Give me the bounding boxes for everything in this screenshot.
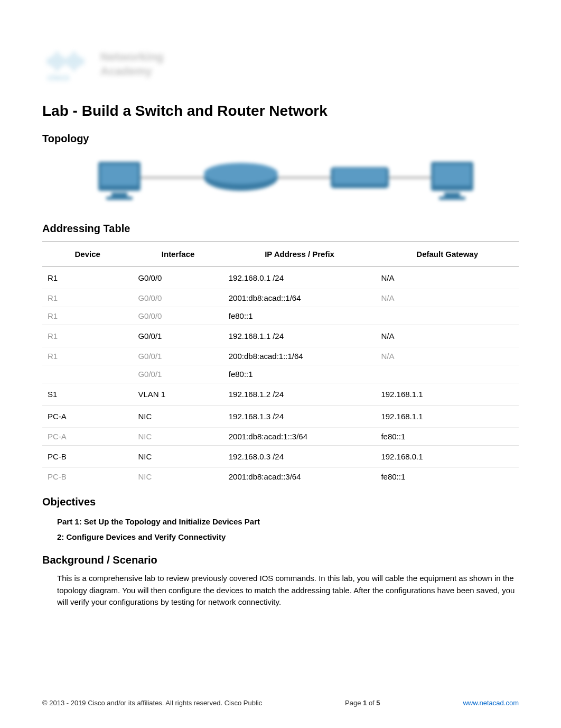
cell-interface-continued: G0/0/1 [133,365,223,383]
svg-rect-2 [56,52,58,71]
cell-interface: G0/0/1 [133,325,223,347]
cell-device: R1 [42,266,133,289]
svg-rect-14 [111,192,127,197]
cell-device: PC-B [42,446,133,468]
cell-ip: fe80::1 [223,307,376,325]
cell-ip: 2001:db8:acad::1/64 [223,289,376,307]
svg-point-18 [204,163,278,184]
cell-gateway: fe80::1 [376,428,519,446]
cell-device-continued: PC-A [42,428,133,446]
svg-rect-0 [48,58,50,64]
header-device: Device [42,242,133,266]
footer-url[interactable]: www.netacad.com [463,699,519,707]
table-header-row: Device Interface IP Address / Prefix Def… [42,242,519,266]
cell-interface-continued: G0/0/0 [133,307,223,325]
cell-gateway-continued: N/A [376,289,519,307]
cell-interface-continued: NIC [133,468,223,486]
svg-rect-15 [106,197,133,200]
addressing-table: Device Interface IP Address / Prefix Def… [42,241,519,485]
cell-interface: NIC [133,406,223,428]
svg-rect-7 [77,56,79,67]
cell-gateway: 192.168.1.1 [376,406,519,428]
svg-rect-25 [444,192,460,197]
page-sep: of [367,699,376,707]
objectives-list: Part 1: Set Up the Topology and Initiali… [57,514,519,545]
table-row: PC-A NIC 192.168.1.3 /24 192.168.1.1 [42,406,519,428]
table-row: R1 G0/0/1 192.168.1.1 /24 N/A [42,325,519,347]
footer-copyright: © 2013 - 2019 Cisco and/or its affiliate… [42,699,262,707]
page-footer: © 2013 - 2019 Cisco and/or its affiliate… [42,699,519,707]
cell-gateway: 192.168.1.1 [376,383,519,406]
table-row: PC-B NIC 192.168.0.3 /24 192.168.0.1 [42,446,519,468]
cell-device-continued: R1 [42,307,133,325]
cell-ip: 192.168.1.3 /24 [223,406,376,428]
cell-device: S1 [42,383,133,406]
svg-rect-6 [73,52,75,71]
cell-ip: 200:db8:acad:1::1/64 [223,347,376,365]
objective-part1: Part 1: Set Up the Topology and Initiali… [57,514,519,530]
svg-rect-4 [64,58,67,64]
table-row: G0/0/1 fe80::1 [42,365,519,383]
cell-gateway [376,307,519,325]
table-row: R1 G0/0/0 192.168.0.1 /24 N/A [42,266,519,289]
cell-gateway [376,365,519,383]
svg-text:Academy: Academy [100,64,153,78]
cell-ip: 2001:db8:acad::3/64 [223,468,376,486]
page-title: Lab - Build a Switch and Router Network [42,103,519,119]
svg-text:Networking: Networking [100,50,164,63]
cell-gateway: N/A [376,266,519,289]
copyright-symbol: © [42,699,48,707]
cell-interface-continued: NIC [133,428,223,446]
page-total: 5 [376,699,380,707]
topology-diagram [42,151,519,209]
addressing-table-heading: Addressing Table [42,223,519,235]
header-interface: Interface [133,242,223,266]
cell-gateway: N/A [376,325,519,347]
background-heading: Background / Scenario [42,554,519,566]
objective-part2: 2: Configure Devices and Verify Connecti… [57,530,519,545]
svg-text:cisco: cisco [48,73,69,82]
cell-interface-continued: G0/0/1 [133,347,223,365]
cisco-logo: cisco Networking Academy [42,42,519,87]
cell-ip: 2001:db8:acad:1::3/64 [223,428,376,446]
svg-rect-5 [69,56,71,67]
table-row: PC-B NIC 2001:db8:acad::3/64 fe80::1 [42,468,519,486]
cell-interface: VLAN 1 [133,383,223,406]
cell-ip: 192.168.1.1 /24 [223,325,376,347]
cell-ip: fe80::1 [223,365,376,383]
cell-ip: 192.168.0.3 /24 [223,446,376,468]
header-ip: IP Address / Prefix [223,242,376,266]
copyright-text: 2013 - 2019 Cisco and/or its affiliates.… [48,699,263,707]
svg-rect-1 [52,56,54,67]
cell-interface: G0/0/0 [133,266,223,289]
cell-device-continued: R1 [42,347,133,365]
cell-ip: 192.168.1.2 /24 [223,383,376,406]
svg-rect-26 [439,197,465,200]
svg-rect-3 [60,56,62,67]
table-row: S1 VLAN 1 192.168.1.2 /24 192.168.1.1 [42,383,519,406]
table-row: R1 G0/0/1 200:db8:acad:1::1/64 N/A [42,347,519,365]
svg-rect-13 [101,164,138,186]
table-row: R1 G0/0/0 fe80::1 [42,307,519,325]
cell-device [42,365,133,383]
header-gateway: Default Gateway [376,242,519,266]
svg-rect-8 [81,58,83,64]
cell-device-continued: PC-B [42,468,133,486]
cell-gateway: fe80::1 [376,468,519,486]
cell-device-continued: R1 [42,325,133,347]
svg-rect-21 [333,168,386,184]
objectives-heading: Objectives [42,496,519,508]
footer-page-number: Page 1 of 5 [345,699,380,707]
cell-device-continued: R1 [42,289,133,307]
cell-device: PC-A [42,406,133,428]
cell-ip: 192.168.0.1 /24 [223,266,376,289]
cell-gateway-continued: N/A [376,347,519,365]
cell-interface: NIC [133,446,223,468]
cell-gateway: 192.168.0.1 [376,446,519,468]
topology-heading: Topology [42,133,519,145]
page-label: Page [345,699,363,707]
table-row: PC-A NIC 2001:db8:acad:1::3/64 fe80::1 [42,428,519,446]
table-row: R1 G0/0/0 2001:db8:acad::1/64 N/A [42,289,519,307]
scenario-paragraph: This is a comprehensive lab to review pr… [57,573,519,609]
svg-rect-24 [434,164,471,186]
